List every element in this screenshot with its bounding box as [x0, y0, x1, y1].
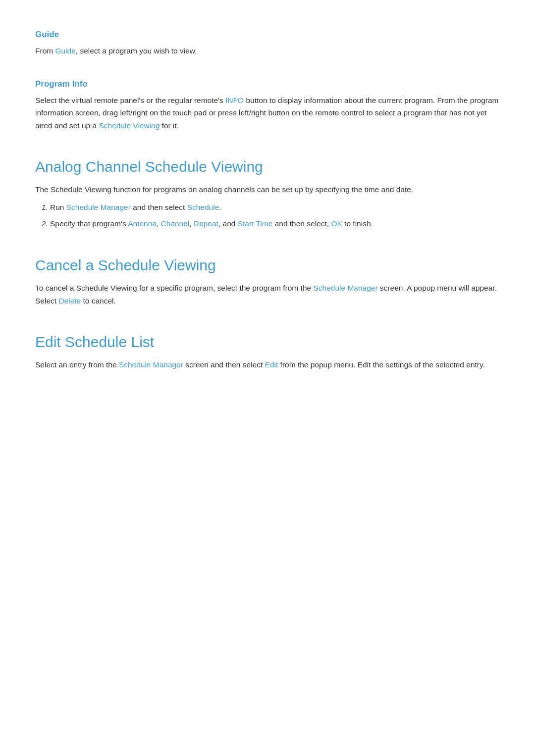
- edit-text1: Select an entry from the: [35, 360, 119, 369]
- repeat-link[interactable]: Repeat: [194, 219, 218, 228]
- program-info-text3: for it.: [160, 121, 179, 130]
- cancel-schedule-section: Cancel a Schedule Viewing To cancel a Sc…: [35, 252, 500, 307]
- step2-text2: , and: [218, 219, 238, 228]
- edit-link[interactable]: Edit: [265, 360, 278, 369]
- step2-suffix: to finish.: [342, 219, 373, 228]
- schedule-viewing-link[interactable]: Schedule Viewing: [99, 121, 160, 130]
- guide-body-suffix: , select a program you wish to view.: [76, 47, 197, 55]
- guide-heading: Guide: [35, 30, 500, 40]
- analog-channel-heading: Analog Channel Schedule Viewing: [35, 153, 500, 175]
- step2-text1: Specify that program's: [50, 219, 128, 228]
- schedule-manager-link-3[interactable]: Schedule Manager: [119, 360, 183, 369]
- schedule-manager-link-2[interactable]: Schedule Manager: [313, 284, 377, 292]
- ok-link[interactable]: OK: [331, 219, 342, 228]
- step2-comma2: ,: [189, 219, 194, 228]
- program-info-heading: Program Info: [35, 79, 500, 89]
- schedule-manager-link-1[interactable]: Schedule Manager: [66, 203, 131, 211]
- cancel-text1: To cancel a Schedule Viewing for a speci…: [35, 284, 313, 292]
- guide-link[interactable]: Guide: [55, 47, 75, 55]
- channel-link[interactable]: Channel: [161, 219, 190, 228]
- analog-step-2: Specify that program's Antenna, Channel,…: [50, 217, 500, 230]
- program-info-body: Select the virtual remote panel's or the…: [35, 94, 500, 132]
- delete-link[interactable]: Delete: [58, 297, 81, 305]
- step1-text1: Run: [50, 203, 66, 211]
- program-info-text1: Select the virtual remote panel's or the…: [35, 96, 225, 104]
- step2-text3: and then select,: [272, 219, 331, 228]
- cancel-schedule-body: To cancel a Schedule Viewing for a speci…: [35, 282, 500, 307]
- program-info-section: Program Info Select the virtual remote p…: [35, 79, 500, 132]
- info-link[interactable]: INFO: [225, 96, 244, 104]
- schedule-link-1[interactable]: Schedule: [187, 203, 219, 211]
- cancel-text3: to cancel.: [81, 297, 116, 305]
- edit-text2: screen and then select: [183, 360, 265, 369]
- cancel-schedule-heading: Cancel a Schedule Viewing: [35, 252, 500, 274]
- guide-section: Guide From Guide, select a program you w…: [35, 30, 500, 57]
- guide-body: From Guide, select a program you wish to…: [35, 45, 500, 57]
- step2-comma1: ,: [157, 219, 161, 228]
- step1-text2: and then select: [131, 203, 187, 211]
- analog-channel-intro: The Schedule Viewing function for progra…: [35, 183, 500, 196]
- edit-schedule-body: Select an entry from the Schedule Manage…: [35, 358, 500, 371]
- analog-step-1: Run Schedule Manager and then select Sch…: [50, 201, 500, 214]
- edit-text3: from the popup menu. Edit the settings o…: [278, 360, 485, 369]
- analog-channel-section: Analog Channel Schedule Viewing The Sche…: [35, 153, 500, 230]
- edit-schedule-heading: Edit Schedule List: [35, 329, 500, 351]
- edit-schedule-section: Edit Schedule List Select an entry from …: [35, 329, 500, 371]
- page-container: Guide From Guide, select a program you w…: [0, 0, 535, 433]
- analog-channel-steps: Run Schedule Manager and then select Sch…: [50, 201, 500, 230]
- guide-body-prefix: From: [35, 47, 55, 55]
- start-time-link[interactable]: Start Time: [238, 219, 273, 228]
- step1-period: .: [219, 203, 221, 211]
- antenna-link[interactable]: Antenna: [128, 219, 157, 228]
